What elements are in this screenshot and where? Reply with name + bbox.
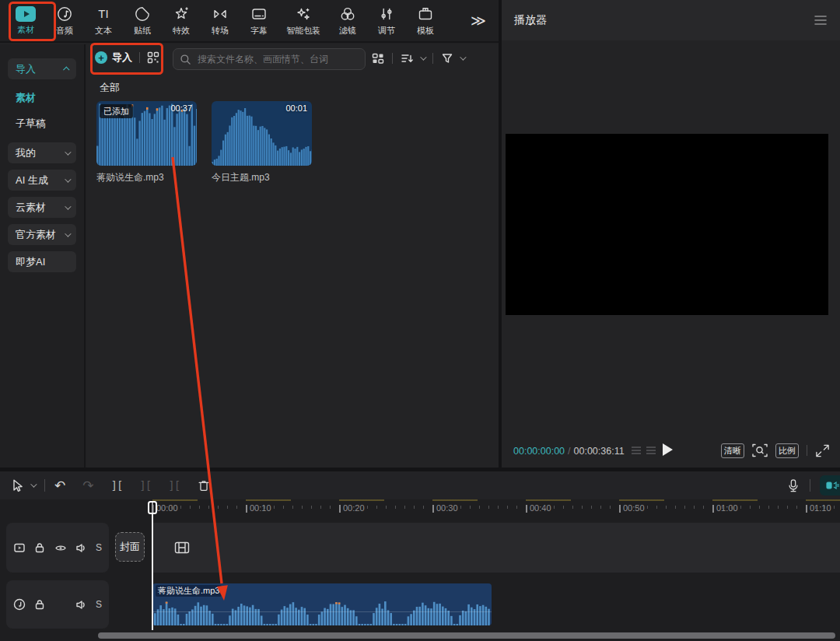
ruler-time-label: 00:50	[623, 503, 645, 513]
import-button[interactable]: + 导入	[95, 51, 132, 65]
duration-label: 00:37	[170, 103, 192, 113]
select-cursor-icon[interactable]	[9, 478, 25, 493]
player-panel: 播放器 00:00:00:00/00:00:36:11 清晰 比例	[502, 0, 840, 468]
playhead-handle[interactable]	[148, 501, 157, 514]
undo-icon[interactable]: ↶	[54, 479, 65, 492]
sticker-icon	[134, 5, 151, 23]
sidebar-item-mine[interactable]: 我的	[8, 142, 76, 163]
lock-icon[interactable]	[33, 541, 46, 554]
filter-circles-icon	[339, 5, 356, 23]
video-track-lane[interactable]	[152, 523, 840, 573]
tab-subtitle[interactable]: 字幕	[240, 5, 278, 37]
player-menu-icon[interactable]	[814, 15, 828, 26]
preview-list-icon[interactable]	[631, 446, 642, 456]
tab-audio[interactable]: 音频	[45, 5, 84, 37]
ruler-minor-tick	[274, 506, 275, 509]
tab-adjust[interactable]: 调节	[367, 5, 406, 37]
audio-card-2[interactable]: 00:01 今日主题.mp3	[212, 101, 312, 184]
search-input[interactable]	[196, 53, 359, 65]
ruler-minor-tick	[600, 506, 601, 509]
audio-clip[interactable]: 蒋勋说生命.mp3	[152, 583, 492, 625]
text-icon: TI	[95, 5, 112, 23]
microphone-icon[interactable]	[786, 478, 800, 494]
ruler-major-tick	[806, 505, 807, 513]
sort-icon[interactable]	[401, 52, 414, 65]
tab-effects[interactable]: 特效	[162, 5, 201, 37]
player-controls: 00:00:00:00/00:00:36:11 清晰 比例	[502, 433, 840, 468]
preview-list-icon[interactable]	[646, 446, 656, 456]
split-left-icon[interactable]: ][	[139, 479, 151, 492]
sidebar-item-official-material[interactable]: 官方素材	[8, 224, 76, 245]
sidebar-item-material[interactable]: 素材	[16, 91, 76, 105]
lock-icon[interactable]	[33, 598, 46, 611]
ruler-minor-tick	[236, 506, 237, 509]
library-sidebar: 导入 素材 子草稿 我的 AI 生成 云素材 官方素材 即梦AI	[0, 44, 86, 468]
ratio-button[interactable]: 比例	[775, 443, 799, 458]
library-content: + 导入 全部	[87, 44, 499, 468]
grid-view-icon[interactable]	[372, 52, 384, 65]
solo-toggle[interactable]: S	[96, 542, 102, 553]
toolbar-expand-icon[interactable]: ≫	[471, 12, 486, 30]
chevron-down-icon	[65, 176, 71, 182]
audio-card-1[interactable]: 已添加 00:37 蒋勋说生命.mp3	[96, 101, 197, 184]
ruler-minor-tick	[675, 506, 676, 509]
tab-sticker[interactable]: 贴纸	[123, 5, 162, 37]
solo-toggle[interactable]: S	[96, 599, 102, 610]
fullscreen-icon[interactable]	[815, 443, 830, 458]
scan-import-icon[interactable]	[147, 51, 159, 64]
tab-filter[interactable]: 滤镜	[328, 5, 367, 37]
tab-text[interactable]: TI 文本	[84, 5, 123, 37]
ruler-minor-tick	[442, 506, 443, 509]
waveform-graphic	[212, 103, 312, 166]
ruler-time-label: 00:10	[250, 503, 271, 513]
preview-zoom-icon[interactable]	[751, 443, 768, 458]
ruler-minor-tick	[666, 506, 667, 509]
chevron-down-icon	[460, 54, 466, 60]
tab-transition[interactable]: 转场	[201, 5, 240, 37]
ruler-minor-tick	[218, 506, 219, 509]
ruler-minor-tick	[404, 506, 405, 509]
tab-template[interactable]: 模板	[406, 5, 445, 37]
ruler-minor-tick	[647, 506, 648, 509]
clip-mode-button[interactable]	[820, 475, 840, 496]
ruler-minor-tick	[815, 506, 816, 509]
filter-funnel-icon[interactable]	[441, 52, 453, 65]
mute-speaker-icon[interactable]	[75, 598, 87, 611]
redo-icon[interactable]: ↷	[82, 479, 93, 492]
chevron-down-icon[interactable]	[30, 481, 37, 487]
play-button[interactable]	[663, 443, 673, 456]
sidebar-item-import[interactable]: 导入	[8, 58, 76, 79]
ruler-minor-tick	[451, 506, 452, 509]
timeline-ruler[interactable]: 00:0000:1000:2000:3000:4000:5001:0001:10	[0, 499, 840, 518]
split-right-icon[interactable]: ][	[168, 479, 180, 492]
visibility-eye-icon[interactable]	[54, 541, 67, 554]
ruler-minor-tick	[302, 506, 303, 509]
horizontal-scrollbar[interactable]	[98, 632, 835, 639]
sidebar-item-ai-generate[interactable]: AI 生成	[8, 170, 76, 191]
section-label-all[interactable]: 全部	[100, 81, 120, 95]
ruler-minor-tick	[292, 506, 293, 509]
sidebar-item-cloud-material[interactable]: 云素材	[8, 197, 76, 218]
mute-speaker-icon[interactable]	[75, 541, 87, 554]
tab-smart-package[interactable]: 智能包装	[278, 5, 328, 37]
ruler-minor-tick	[554, 506, 555, 509]
ruler-minor-tick	[731, 506, 732, 509]
ruler-minor-tick	[824, 506, 825, 509]
audio-thumbnail: 已添加 00:37	[96, 101, 197, 166]
adjust-sliders-icon	[378, 5, 395, 23]
sidebar-item-subdraft[interactable]: 子草稿	[16, 117, 76, 131]
clarity-button[interactable]: 清晰	[721, 443, 744, 458]
media-library-panel: 素材 音频 TI 文本 贴纸 特效 转场	[0, 0, 499, 468]
video-track-icon	[13, 541, 26, 554]
ruler-minor-tick	[628, 506, 629, 509]
sidebar-item-jimeng-ai[interactable]: 即梦AI	[8, 251, 76, 272]
delete-icon[interactable]	[197, 478, 211, 492]
cover-button[interactable]: 封面	[115, 532, 145, 562]
playhead-line[interactable]	[152, 501, 153, 630]
audio-filename: 今日主题.mp3	[212, 171, 312, 184]
plus-icon: +	[95, 51, 107, 64]
tab-media[interactable]: 素材	[6, 6, 45, 36]
split-icon[interactable]: ][	[111, 479, 123, 492]
video-preview[interactable]	[506, 134, 828, 315]
ruler-minor-tick	[834, 506, 835, 509]
